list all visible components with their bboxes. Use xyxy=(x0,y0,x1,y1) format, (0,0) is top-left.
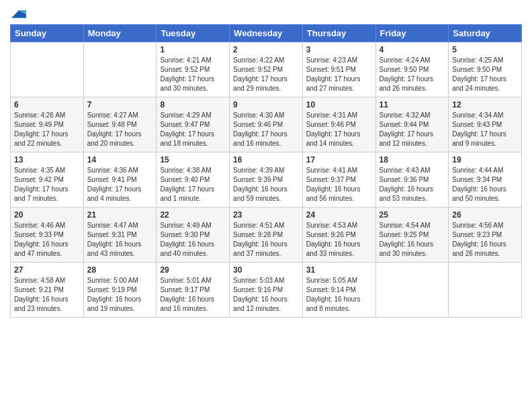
calendar-cell: 2Sunrise: 4:22 AM Sunset: 9:52 PM Daylig… xyxy=(230,42,303,97)
day-number: 13 xyxy=(14,155,80,165)
day-number: 29 xyxy=(160,265,226,275)
calendar-cell: 29Sunrise: 5:01 AM Sunset: 9:17 PM Dayli… xyxy=(157,263,230,318)
day-number: 31 xyxy=(306,265,372,275)
day-info: Sunrise: 4:23 AM Sunset: 9:51 PM Dayligh… xyxy=(306,56,372,93)
week-row-5: 27Sunrise: 4:58 AM Sunset: 9:21 PM Dayli… xyxy=(11,263,522,318)
calendar-cell: 28Sunrise: 5:00 AM Sunset: 9:19 PM Dayli… xyxy=(83,263,157,318)
day-info: Sunrise: 4:32 AM Sunset: 9:44 PM Dayligh… xyxy=(380,111,445,148)
weekday-header-tuesday: Tuesday xyxy=(157,25,230,42)
calendar-cell: 9Sunrise: 4:30 AM Sunset: 9:46 PM Daylig… xyxy=(230,97,303,152)
calendar-cell: 24Sunrise: 4:53 AM Sunset: 9:26 PM Dayli… xyxy=(302,208,375,263)
day-number: 22 xyxy=(160,210,226,220)
calendar-cell: 4Sunrise: 4:24 AM Sunset: 9:50 PM Daylig… xyxy=(375,42,449,97)
weekday-header-wednesday: Wednesday xyxy=(230,25,303,42)
day-number: 8 xyxy=(160,100,226,109)
calendar-cell: 1Sunrise: 4:21 AM Sunset: 9:52 PM Daylig… xyxy=(157,42,230,97)
day-info: Sunrise: 4:44 AM Sunset: 9:34 PM Dayligh… xyxy=(452,166,518,203)
calendar-cell: 3Sunrise: 4:23 AM Sunset: 9:51 PM Daylig… xyxy=(302,42,375,97)
day-number: 27 xyxy=(14,265,80,275)
calendar-cell: 19Sunrise: 4:44 AM Sunset: 9:34 PM Dayli… xyxy=(449,152,522,208)
day-info: Sunrise: 4:21 AM Sunset: 9:52 PM Dayligh… xyxy=(160,56,226,93)
calendar-cell: 23Sunrise: 4:51 AM Sunset: 9:28 PM Dayli… xyxy=(230,208,303,263)
calendar-table: SundayMondayTuesdayWednesdayThursdayFrid… xyxy=(10,24,522,318)
day-number: 30 xyxy=(233,265,299,275)
day-number: 11 xyxy=(380,100,445,109)
day-info: Sunrise: 4:41 AM Sunset: 9:37 PM Dayligh… xyxy=(306,166,372,203)
day-number: 3 xyxy=(306,45,372,54)
calendar-cell: 31Sunrise: 5:05 AM Sunset: 9:14 PM Dayli… xyxy=(302,263,375,318)
day-info: Sunrise: 4:22 AM Sunset: 9:52 PM Dayligh… xyxy=(233,56,299,93)
day-info: Sunrise: 5:01 AM Sunset: 9:17 PM Dayligh… xyxy=(160,276,226,314)
day-info: Sunrise: 4:58 AM Sunset: 9:21 PM Dayligh… xyxy=(14,276,80,314)
day-info: Sunrise: 4:49 AM Sunset: 9:30 PM Dayligh… xyxy=(160,221,226,259)
day-info: Sunrise: 4:24 AM Sunset: 9:50 PM Dayligh… xyxy=(380,56,445,93)
day-number: 20 xyxy=(14,210,80,220)
calendar-cell: 5Sunrise: 4:25 AM Sunset: 9:50 PM Daylig… xyxy=(449,42,522,97)
day-number: 15 xyxy=(160,155,226,165)
calendar-cell: 10Sunrise: 4:31 AM Sunset: 9:46 PM Dayli… xyxy=(302,97,375,152)
day-info: Sunrise: 5:05 AM Sunset: 9:14 PM Dayligh… xyxy=(306,276,372,314)
day-number: 25 xyxy=(380,210,445,220)
weekday-header-thursday: Thursday xyxy=(302,25,375,42)
weekday-header-friday: Friday xyxy=(375,25,449,42)
day-info: Sunrise: 4:46 AM Sunset: 9:33 PM Dayligh… xyxy=(14,221,80,259)
calendar-cell: 13Sunrise: 4:35 AM Sunset: 9:42 PM Dayli… xyxy=(11,152,84,208)
day-number: 24 xyxy=(306,210,372,220)
calendar-cell: 18Sunrise: 4:43 AM Sunset: 9:36 PM Dayli… xyxy=(375,152,449,208)
day-info: Sunrise: 5:03 AM Sunset: 9:16 PM Dayligh… xyxy=(233,276,299,314)
calendar-cell: 12Sunrise: 4:34 AM Sunset: 9:43 PM Dayli… xyxy=(449,97,522,152)
calendar-cell: 17Sunrise: 4:41 AM Sunset: 9:37 PM Dayli… xyxy=(302,152,375,208)
day-info: Sunrise: 4:39 AM Sunset: 9:39 PM Dayligh… xyxy=(233,166,299,203)
day-number: 12 xyxy=(452,100,518,109)
weekday-header-saturday: Saturday xyxy=(449,25,522,42)
calendar-cell: 11Sunrise: 4:32 AM Sunset: 9:44 PM Dayli… xyxy=(375,97,449,152)
day-number: 2 xyxy=(233,45,299,54)
day-info: Sunrise: 5:00 AM Sunset: 9:19 PM Dayligh… xyxy=(87,276,153,314)
day-info: Sunrise: 4:34 AM Sunset: 9:43 PM Dayligh… xyxy=(452,111,518,148)
logo xyxy=(10,7,26,19)
week-row-3: 13Sunrise: 4:35 AM Sunset: 9:42 PM Dayli… xyxy=(11,152,522,208)
calendar-cell: 16Sunrise: 4:39 AM Sunset: 9:39 PM Dayli… xyxy=(230,152,303,208)
calendar-cell xyxy=(11,42,84,97)
weekday-header-row: SundayMondayTuesdayWednesdayThursdayFrid… xyxy=(11,25,522,42)
calendar-cell xyxy=(83,42,157,97)
day-info: Sunrise: 4:30 AM Sunset: 9:46 PM Dayligh… xyxy=(233,111,299,148)
week-row-2: 6Sunrise: 4:26 AM Sunset: 9:49 PM Daylig… xyxy=(11,97,522,152)
day-number: 18 xyxy=(380,155,445,165)
calendar-cell: 15Sunrise: 4:38 AM Sunset: 9:40 PM Dayli… xyxy=(157,152,230,208)
day-info: Sunrise: 4:38 AM Sunset: 9:40 PM Dayligh… xyxy=(160,166,226,203)
day-number: 7 xyxy=(87,100,153,109)
day-number: 4 xyxy=(380,45,445,54)
header xyxy=(10,7,522,19)
day-info: Sunrise: 4:35 AM Sunset: 9:42 PM Dayligh… xyxy=(14,166,80,203)
day-info: Sunrise: 4:51 AM Sunset: 9:28 PM Dayligh… xyxy=(233,221,299,259)
calendar-cell: 21Sunrise: 4:47 AM Sunset: 9:31 PM Dayli… xyxy=(83,208,157,263)
week-row-1: 1Sunrise: 4:21 AM Sunset: 9:52 PM Daylig… xyxy=(11,42,522,97)
calendar-cell: 30Sunrise: 5:03 AM Sunset: 9:16 PM Dayli… xyxy=(230,263,303,318)
day-number: 14 xyxy=(87,155,153,165)
calendar-cell: 8Sunrise: 4:29 AM Sunset: 9:47 PM Daylig… xyxy=(157,97,230,152)
calendar-cell: 7Sunrise: 4:27 AM Sunset: 9:48 PM Daylig… xyxy=(83,97,157,152)
day-number: 10 xyxy=(306,100,372,109)
calendar-cell: 20Sunrise: 4:46 AM Sunset: 9:33 PM Dayli… xyxy=(11,208,84,263)
day-number: 5 xyxy=(452,45,518,54)
logo-icon xyxy=(11,7,26,21)
calendar-cell xyxy=(375,263,449,318)
day-number: 9 xyxy=(233,100,299,109)
day-number: 28 xyxy=(87,265,153,275)
day-info: Sunrise: 4:26 AM Sunset: 9:49 PM Dayligh… xyxy=(14,111,80,148)
day-number: 17 xyxy=(306,155,372,165)
day-info: Sunrise: 4:25 AM Sunset: 9:50 PM Dayligh… xyxy=(452,56,518,93)
day-number: 26 xyxy=(452,210,518,220)
day-info: Sunrise: 4:43 AM Sunset: 9:36 PM Dayligh… xyxy=(380,166,445,203)
day-number: 16 xyxy=(233,155,299,165)
calendar-cell: 27Sunrise: 4:58 AM Sunset: 9:21 PM Dayli… xyxy=(11,263,84,318)
day-info: Sunrise: 4:53 AM Sunset: 9:26 PM Dayligh… xyxy=(306,221,372,259)
day-number: 21 xyxy=(87,210,153,220)
calendar-cell xyxy=(449,263,522,318)
day-number: 6 xyxy=(14,100,80,109)
day-info: Sunrise: 4:27 AM Sunset: 9:48 PM Dayligh… xyxy=(87,111,153,148)
calendar-cell: 14Sunrise: 4:36 AM Sunset: 9:41 PM Dayli… xyxy=(83,152,157,208)
calendar-cell: 22Sunrise: 4:49 AM Sunset: 9:30 PM Dayli… xyxy=(157,208,230,263)
calendar-cell: 26Sunrise: 4:56 AM Sunset: 9:23 PM Dayli… xyxy=(449,208,522,263)
